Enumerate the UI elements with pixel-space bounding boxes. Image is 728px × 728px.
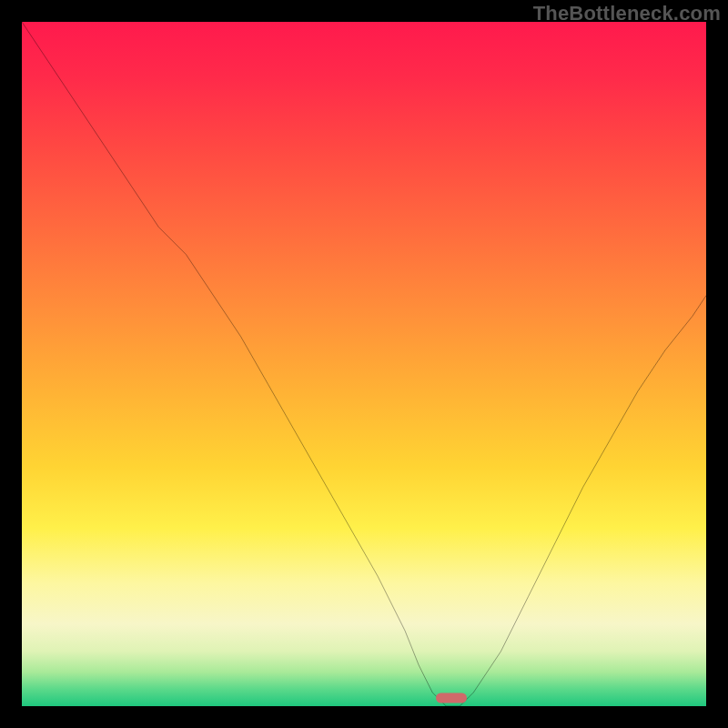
watermark-text: TheBottleneck.com [533, 2, 721, 25]
plot-area [22, 22, 706, 706]
minimum-marker [436, 693, 467, 703]
chart-frame: TheBottleneck.com [0, 0, 728, 728]
bottleneck-curve [22, 22, 706, 706]
